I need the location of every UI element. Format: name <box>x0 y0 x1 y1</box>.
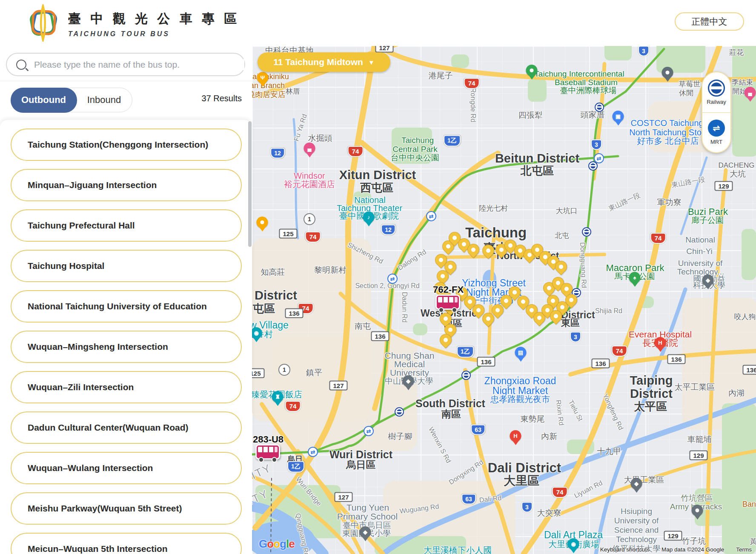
map-poi-pin[interactable]: ◆ <box>702 274 714 293</box>
route-shield: 136 <box>477 357 495 367</box>
bus-marker[interactable] <box>255 444 280 460</box>
logo-subtitle: TAICHUNG TOUR BUS <box>68 30 240 38</box>
map-label: 陸光七村 <box>479 203 508 213</box>
map-poi-pin[interactable]: ♪ <box>363 211 375 230</box>
map-poi-pin[interactable]: ◉ <box>568 538 579 554</box>
map-label: 知高莊 <box>261 267 285 278</box>
map-poi-pin[interactable] <box>526 65 538 83</box>
stop-name: Meishu Parkway(Wuquan 5th Street) <box>28 503 182 514</box>
stop-list-item[interactable]: Meicun–Wuquan 5th Intersection <box>11 533 242 554</box>
google-logo[interactable]: Google <box>259 537 295 551</box>
map-label: 竹子坑 <box>682 536 706 547</box>
route-shield: 125 <box>279 229 297 239</box>
map-poi-pin[interactable]: ◆ <box>360 526 371 545</box>
mrt-icon: ⇌ <box>708 120 725 137</box>
map-label: 十九甲 <box>597 446 621 457</box>
stop-list-item[interactable]: Taichung Prefectural Hall <box>11 209 242 242</box>
map-label: 大里溪橋下小人國 <box>424 545 492 554</box>
map-label: 大突寮 <box>537 508 561 519</box>
route-shield: 74 <box>650 233 666 244</box>
site-logo[interactable]: 臺 中 觀 光 公 車 專 區 TAICHUNG TOUR BUS <box>26 4 240 43</box>
map-label: 台中中央公園 <box>391 152 439 163</box>
tab-outbound[interactable]: Outbound <box>11 88 77 113</box>
map-poi-pin[interactable] <box>692 505 703 523</box>
logo-title: 臺 中 觀 光 公 車 專 區 <box>68 10 240 28</box>
map-label: Technology <box>616 535 657 544</box>
stop-list-item[interactable]: National Taichung University of Educatio… <box>11 290 242 323</box>
map-label: Chin-Yi <box>686 247 713 256</box>
map-label: 大里區 <box>504 473 539 489</box>
map-label: Taichung <box>401 136 434 145</box>
map-poi-pin[interactable]: ▄ <box>745 87 756 105</box>
railway-icon <box>708 80 725 97</box>
map-label: 南區 <box>441 408 461 421</box>
route-shield: 1乙 <box>287 461 304 473</box>
language-button[interactable]: 正體中文 <box>675 12 744 31</box>
stop-list-item[interactable]: Meishu Parkway(Wuquan 5th Street) <box>11 492 242 525</box>
map-label: 南屯 <box>355 321 371 332</box>
stop-list-item[interactable]: Taichung Hospital <box>11 250 242 282</box>
route-shield: 129 <box>714 181 733 191</box>
header: 臺 中 觀 光 公 車 專 區 TAICHUNG TOUR BUS 正體中文 <box>0 0 756 46</box>
map-label: 西屯區 <box>360 180 393 195</box>
map-label: 莊花 <box>729 48 744 57</box>
map-label: 大坑口 <box>556 206 578 216</box>
map-label: 屯區 <box>253 301 275 316</box>
chevron-down-icon: ▼ <box>368 59 375 66</box>
map-poi-pin[interactable]: ▤ <box>515 347 527 365</box>
stop-list-item[interactable]: Taichung Station(Chenggong Intersection) <box>11 129 242 161</box>
route-shield: 74 <box>285 401 301 412</box>
keyboard-shortcuts-link[interactable]: Keyboard shortcuts <box>600 546 650 553</box>
terms-link[interactable]: Terms <box>736 546 752 553</box>
map-poi-pin[interactable] <box>257 217 268 235</box>
map-poi-pin[interactable]: ♠ <box>629 272 641 290</box>
stop-list-item[interactable]: Wuquan–Wulang Intersection <box>11 452 242 484</box>
map-label: 東區 <box>561 317 580 329</box>
map-label: 休閒 <box>679 88 693 98</box>
mrt-layer-button[interactable]: ⇌ MRT <box>702 113 730 153</box>
route-shield: 136 <box>667 354 685 364</box>
map-poi-pin[interactable]: ▄ <box>304 143 315 161</box>
map-poi-pin[interactable]: ◉ <box>252 327 262 346</box>
route-shield: 12 <box>270 148 285 159</box>
stop-list-item[interactable]: Wuquan–Mingsheng Intersection <box>11 331 242 363</box>
map-label: University of <box>678 259 723 268</box>
map-label: Taiping <box>630 374 673 388</box>
stop-name: Dadun Cultural Center(Wuquan Road) <box>28 423 189 433</box>
results-count: 37 Results <box>202 94 242 103</box>
scrollbar[interactable] <box>248 121 252 247</box>
route-shield: 74 <box>348 146 364 157</box>
route-selector-dropdown[interactable]: 11 Taichung Midtown ▼ <box>258 52 390 72</box>
bus-id-label: 283-U8 <box>253 434 284 445</box>
route-shield: 3 <box>638 46 649 57</box>
mrt-label: MRT <box>710 139 722 145</box>
map-canvas[interactable]: 11 Taichung Midtown ▼ Railway ⇌ MRT Goog… <box>252 46 756 554</box>
bus-marker[interactable] <box>435 294 460 310</box>
map-poi-pin[interactable]: Ψ <box>257 72 269 90</box>
map-poi-pin[interactable]: ♜ <box>272 391 284 409</box>
railway-layer-button[interactable]: Railway <box>702 72 730 112</box>
stop-list-item[interactable]: Minquan–Jiguang Intersection <box>11 169 242 201</box>
route-shield: 74 <box>464 78 480 89</box>
logo-icon <box>26 4 60 43</box>
tab-inbound[interactable]: Inbound <box>76 88 132 112</box>
map-poi-pin[interactable]: H <box>655 337 666 355</box>
map-poi-pin[interactable] <box>662 67 673 85</box>
map-label: Taichung Intercontinental <box>534 69 624 79</box>
search-bar <box>6 53 245 76</box>
map-poi-pin[interactable]: ▣ <box>613 111 624 129</box>
bus-id-label: 762-FX <box>433 284 464 295</box>
map-poi-pin[interactable]: ◆ <box>631 478 642 496</box>
map-label: COSTCO Taichung <box>631 118 704 128</box>
map-poi-pin[interactable]: ◆ <box>403 375 414 394</box>
route-shield: 1乙 <box>457 346 474 358</box>
stop-name: Wuquan–Zili Intersection <box>28 382 134 392</box>
map-label: Hsiuping <box>621 507 652 516</box>
stop-name: Meicun–Wuquan 5th Intersection <box>28 544 168 554</box>
stop-list-item[interactable]: Dadun Cultural Center(Wuquan Road) <box>11 411 242 444</box>
map-poi-pin[interactable]: H <box>510 430 521 448</box>
route-shield: 74 <box>305 231 321 243</box>
search-input[interactable] <box>33 59 244 70</box>
stop-list-item[interactable]: Wuquan–Zili Intersection <box>11 371 242 403</box>
map-label: 內湖 <box>728 388 745 399</box>
